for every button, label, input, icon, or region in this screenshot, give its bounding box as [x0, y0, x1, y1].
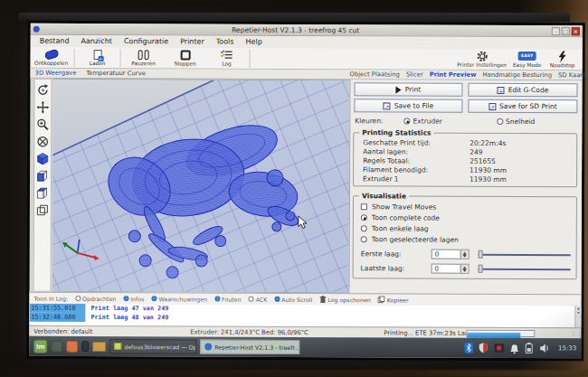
radio-icon: [361, 236, 367, 242]
eerste-laag-slider[interactable]: [479, 250, 571, 259]
file-plus-icon: [93, 49, 101, 59]
menu-help[interactable]: Help: [246, 38, 262, 46]
temperature-status: Extruder: 241,4/243°C Bed: 96,0/96°C: [190, 328, 308, 336]
taskbar-clock: 15:33: [558, 344, 576, 352]
battery-icon[interactable]: [526, 343, 532, 353]
mint-menu-button[interactable]: lm: [33, 339, 47, 353]
move-view-icon[interactable]: [36, 101, 49, 114]
tab-handmatige-besturing[interactable]: Handmatige Besturing: [482, 71, 552, 79]
stat-value: 11930 mm: [469, 175, 507, 184]
security-shield-icon[interactable]: [479, 343, 488, 353]
menu-bestand[interactable]: Bestand: [40, 37, 70, 45]
taskbar-window-repetier[interactable]: Repetier-Host V2.1.3 - treefr...: [200, 339, 299, 353]
slider-handle[interactable]: [479, 250, 483, 259]
eerste-laag-spinner[interactable]: 0: [432, 250, 469, 259]
tab-sd-kaart[interactable]: SD Kaart: [558, 71, 585, 79]
stat-value: 251655: [469, 157, 496, 165]
save-to-file-button[interactable]: ↗ Save to File: [354, 99, 462, 113]
repetier-icon: [204, 344, 212, 351]
stat-label: Aantal lagen:: [363, 147, 408, 156]
maximize-button[interactable]: □: [562, 27, 570, 35]
spinner-arrows-icon[interactable]: [460, 265, 469, 273]
easy-mode-button[interactable]: EASY Easy Mode: [510, 49, 545, 71]
kleuren-snelheid-radio[interactable]: Snelheid: [497, 118, 535, 126]
system-tray[interactable]: [464, 342, 553, 354]
toon-enkele-laag-radio[interactable]: Toon enkele laag: [361, 224, 429, 232]
log-list-icon: [221, 50, 233, 61]
parallel-projection-icon[interactable]: [36, 204, 49, 217]
filter-auto-scroll[interactable]: Auto Scroll: [274, 296, 312, 302]
copy-log-button[interactable]: Kopieer: [378, 296, 409, 303]
filter-infos[interactable]: Infos: [123, 296, 144, 302]
spinner-arrows-icon[interactable]: [460, 250, 469, 259]
toolbar: Ontkoppelen Laden Pauzeren Stoppen: [31, 47, 583, 71]
log-scrollbar[interactable]: ▲▼: [574, 306, 581, 327]
laatste-laag-spinner[interactable]: 0: [432, 264, 469, 274]
minimize-button[interactable]: –: [552, 27, 560, 35]
stop-button[interactable]: Stoppen: [165, 47, 206, 69]
stat-value: 249: [469, 148, 482, 156]
close-button[interactable]: ✕: [572, 27, 580, 35]
toon-geselecteerde-radio[interactable]: Toon geselecteerde lagen: [361, 235, 459, 243]
tab-temperatuur-curve[interactable]: Temperatuur Curve: [86, 70, 146, 77]
stat-label: Regels Totaal:: [363, 156, 410, 165]
log-area[interactable]: 15:31:55.010 Print laag 47 van 249 15:32…: [29, 304, 581, 328]
tab-object-plaatsing[interactable]: Object Plaatsing: [350, 71, 400, 78]
plug-icon: [43, 48, 59, 60]
edit-gcode-button[interactable]: + Edit G-Code: [468, 83, 577, 98]
tab-print-preview[interactable]: Print Preview: [430, 71, 477, 79]
menu-printer[interactable]: Printer: [180, 37, 204, 45]
filter-ack[interactable]: ACK: [249, 296, 268, 302]
save-file-icon: ↗: [384, 102, 391, 109]
filter-opdrachten[interactable]: Opdrachten: [75, 295, 116, 301]
small-app-icon[interactable]: [81, 341, 89, 352]
taskbar-window-openscad[interactable]: defous3blowerscad — Ope...: [109, 339, 196, 353]
front-view-icon[interactable]: [36, 170, 49, 183]
menu-aanzicht[interactable]: Aanzicht: [81, 37, 112, 45]
printer-settings-button[interactable]: Printer Instellingen: [454, 49, 510, 71]
slider-handle[interactable]: [479, 265, 483, 273]
app-launcher-icon[interactable]: [66, 340, 78, 352]
emergency-stop-button[interactable]: Noodstop: [545, 49, 581, 71]
show-travel-checkbox[interactable]: Show Travel Moves: [361, 203, 436, 211]
top-view-icon[interactable]: [36, 187, 49, 200]
terminal-launcher-icon[interactable]: [51, 340, 62, 352]
pause-button[interactable]: Pauzeren: [123, 47, 165, 69]
bell-icon[interactable]: [510, 344, 518, 353]
menu-tools[interactable]: Tools: [216, 38, 234, 46]
rotate-view-icon[interactable]: [36, 84, 49, 97]
files-folder-icon[interactable]: [92, 341, 106, 351]
laatste-laag-slider[interactable]: [479, 265, 571, 273]
save-for-sd-button[interactable]: ↗ Save for SD Print: [468, 99, 577, 114]
toon-complete-radio[interactable]: Toon complete code: [361, 213, 440, 221]
3d-viewport[interactable]: [52, 79, 350, 293]
volume-icon[interactable]: [540, 344, 547, 353]
trash-icon: [319, 296, 326, 303]
radio-icon: [361, 225, 367, 231]
kleuren-extruder-radio[interactable]: Extruder: [404, 117, 442, 125]
filter-waarschuwingen[interactable]: Waarschuwingen: [151, 296, 207, 302]
laptop-screen: Repetier-Host V2.1.3 - treefrog 45 cut –…: [29, 24, 583, 359]
tab-3d-weergave[interactable]: 3D Weergave: [35, 70, 77, 77]
menu-configuratie[interactable]: Configuratie: [124, 37, 168, 45]
print-button[interactable]: Print: [354, 82, 462, 97]
slider-track: [479, 253, 571, 255]
isometric-view-icon[interactable]: [36, 153, 49, 165]
log-button[interactable]: Log: [206, 48, 248, 70]
log-row: 15:32:48.680 Print laag 48 van 249: [29, 313, 581, 325]
resize-grip[interactable]: ⋮⋮: [570, 330, 583, 337]
zoom-view-icon[interactable]: [36, 118, 49, 131]
connection-status: Verbonden: default: [33, 328, 92, 335]
laptop-lid-edge: [18, 13, 570, 22]
bluetooth-icon[interactable]: [464, 343, 473, 353]
print-preview-panel: Print + Edit G-Code ↗ Save to File ↗ Sav…: [349, 80, 583, 294]
disconnect-button[interactable]: Ontkoppelen: [31, 47, 72, 69]
tab-slicer[interactable]: Slicer: [406, 71, 423, 78]
notification-dot-icon[interactable]: [494, 344, 504, 353]
move-viewpoint-icon[interactable]: [36, 136, 49, 148]
clear-log-button[interactable]: Log opschonen: [319, 296, 371, 303]
toolbar-separator: [120, 49, 121, 67]
load-button[interactable]: Laden: [77, 47, 119, 69]
filter-fouten[interactable]: Fouten: [214, 296, 242, 302]
stat-value: 11930 mm: [469, 166, 507, 174]
